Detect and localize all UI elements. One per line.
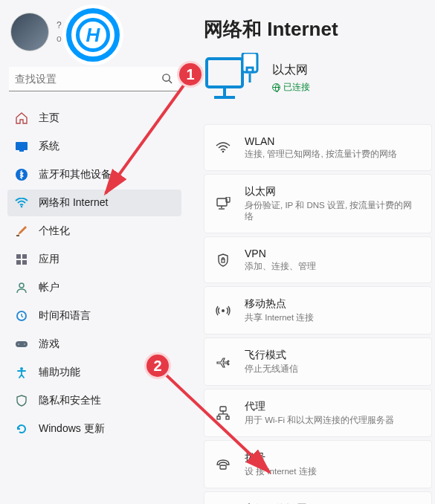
- svg-rect-9: [16, 260, 21, 265]
- sidebar-item-bluetooth[interactable]: 蓝牙和其他设备: [7, 161, 181, 188]
- search-wrapper: [9, 67, 178, 91]
- card-title: 以太网: [245, 185, 421, 198]
- svg-rect-29: [222, 259, 225, 262]
- globe-icon: [272, 83, 280, 91]
- svg-point-17: [20, 367, 23, 370]
- airplane-icon: [215, 354, 231, 370]
- card-subtitle: 连接, 管理已知网络, 按流量计费的网络: [245, 149, 397, 160]
- card-subtitle: 用于 Wi-Fi 和以太网连接的代理服务器: [245, 415, 394, 426]
- brush-icon: [15, 224, 28, 238]
- card-title: WLAN: [245, 135, 397, 147]
- svg-rect-2: [16, 142, 28, 150]
- card-subtitle: 共享 Internet 连接: [245, 312, 314, 323]
- card-ethernet[interactable]: 以太网身份验证, IP 和 DNS 设置, 按流量计费的网络: [204, 174, 432, 233]
- sidebar-item-label: 应用: [39, 253, 59, 266]
- card-hotspot[interactable]: 移动热点共享 Internet 连接: [204, 286, 432, 335]
- profile-block[interactable]: ? o om H: [7, 6, 181, 62]
- svg-rect-31: [220, 407, 226, 411]
- page-title: 网络和 Internet: [204, 16, 432, 42]
- nav-list: 主页 系统 蓝牙和其他设备 网络和 Internet 个性化 应用: [7, 105, 181, 442]
- wifi-icon: [215, 140, 231, 156]
- svg-rect-37: [226, 416, 229, 419]
- card-title: VPN: [245, 248, 316, 259]
- hotspot-icon: [215, 303, 231, 319]
- svg-point-5: [21, 206, 23, 208]
- bluetooth-icon: [15, 168, 28, 181]
- sidebar-item-time-language[interactable]: 时间和语言: [7, 303, 181, 329]
- sidebar-item-system[interactable]: 系统: [7, 133, 181, 160]
- svg-point-30: [222, 309, 225, 312]
- card-proxy[interactable]: 代理用于 Wi-Fi 和以太网连接的代理服务器: [204, 389, 432, 437]
- card-wlan[interactable]: WLAN连接, 管理已知网络, 按流量计费的网络: [204, 124, 432, 171]
- sidebar: ? o om H 主页 系统: [0, 0, 187, 504]
- ethernet-hero-icon: [204, 53, 259, 103]
- sidebar-item-personalization[interactable]: 个性化: [7, 218, 181, 245]
- svg-rect-10: [22, 260, 27, 265]
- phone-icon: [215, 456, 231, 473]
- svg-rect-36: [217, 416, 220, 419]
- svg-point-0: [163, 74, 170, 81]
- card-title: 移动热点: [245, 297, 314, 311]
- svg-rect-22: [247, 68, 253, 72]
- gamepad-icon: [15, 337, 28, 351]
- svg-line-1: [169, 80, 172, 83]
- annotation-marker-1: 1: [177, 61, 204, 88]
- apps-icon: [15, 253, 28, 266]
- sidebar-item-label: 游戏: [39, 337, 59, 351]
- hero-text: 以太网 已连接: [272, 62, 310, 94]
- sidebar-item-label: 系统: [39, 140, 59, 153]
- svg-point-15: [18, 343, 19, 345]
- card-subtitle: 设 接 Internet 连接: [245, 466, 317, 477]
- annotation-marker-2: 2: [144, 352, 171, 379]
- sidebar-item-label: Windows 更新: [39, 422, 105, 436]
- person-icon: [15, 281, 28, 294]
- sidebar-item-label: 蓝牙和其他设备: [39, 168, 112, 181]
- card-vpn[interactable]: VPN添加、连接、管理: [204, 236, 432, 283]
- sidebar-item-label: 个性化: [39, 224, 70, 238]
- sidebar-item-home[interactable]: 主页: [7, 105, 181, 132]
- sidebar-item-label: 时间和语言: [39, 309, 91, 323]
- sidebar-item-label: 帐户: [39, 281, 59, 294]
- svg-point-11: [19, 283, 24, 288]
- ethernet-icon: [215, 196, 231, 212]
- card-title: 代理: [245, 400, 394, 413]
- svg-rect-14: [16, 341, 28, 347]
- card-title: 飞行模式: [245, 349, 298, 362]
- settings-list: WLAN连接, 管理已知网络, 按流量计费的网络 以太网身份验证, IP 和 D…: [204, 124, 432, 504]
- system-icon: [15, 140, 28, 153]
- sidebar-item-label: 主页: [39, 112, 59, 125]
- sidebar-item-windows-update[interactable]: Windows 更新: [7, 416, 181, 442]
- shield-icon: [15, 394, 28, 407]
- sidebar-item-accounts[interactable]: 帐户: [7, 274, 181, 301]
- clock-icon: [15, 309, 28, 323]
- svg-point-16: [24, 343, 25, 345]
- sidebar-item-apps[interactable]: 应用: [7, 246, 181, 273]
- svg-rect-38: [220, 465, 226, 469]
- hero-status: 已连接: [272, 81, 310, 94]
- svg-point-24: [222, 150, 225, 152]
- sidebar-item-label: 辅助功能: [39, 366, 80, 379]
- accessibility-icon: [15, 366, 28, 379]
- svg-rect-6: [16, 235, 19, 236]
- shield-lock-icon: [215, 252, 231, 268]
- svg-rect-7: [16, 254, 21, 259]
- hero-block[interactable]: 以太网 已连接: [204, 53, 432, 103]
- proxy-icon: [215, 405, 231, 421]
- card-advanced-network[interactable]: 高级网络设置查看所有网络适配器，网络重置: [204, 491, 432, 504]
- card-subtitle: 身份验证, IP 和 DNS 设置, 按流量计费的网络: [245, 200, 421, 222]
- wifi-icon: [15, 196, 28, 210]
- search-icon: [161, 73, 173, 87]
- sidebar-item-privacy[interactable]: 隐私和安全性: [7, 387, 181, 414]
- avatar: [10, 13, 49, 51]
- h-badge-icon: H: [62, 4, 123, 65]
- svg-rect-18: [207, 59, 242, 87]
- card-airplane[interactable]: 飞行模式停止无线通信: [204, 337, 432, 386]
- svg-rect-25: [217, 198, 227, 206]
- sidebar-item-label: 隐私和安全性: [39, 394, 101, 407]
- card-subtitle: 停止无线通信: [245, 364, 298, 375]
- search-input[interactable]: [9, 67, 178, 91]
- card-dialup[interactable]: 拨号设 接 Internet 连接: [204, 440, 432, 488]
- sidebar-item-network[interactable]: 网络和 Internet: [7, 190, 181, 216]
- svg-rect-3: [19, 150, 24, 152]
- content: 网络和 Internet 以太网 已连接 WLAN连接, 管理: [187, 0, 435, 504]
